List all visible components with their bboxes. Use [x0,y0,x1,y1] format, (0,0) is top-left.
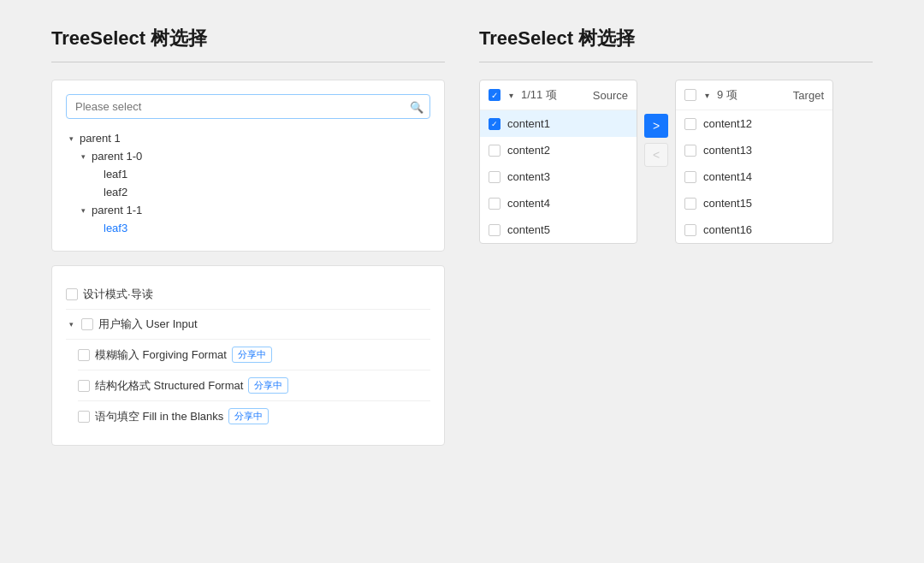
checkbox-c12[interactable] [684,118,696,130]
left-title: TreeSelect 树选择 [51,26,445,51]
badge-forgiving: 分享中 [232,347,272,363]
badge-structured: 分享中 [248,377,288,394]
tree-node-parent1[interactable]: parent 1 [66,129,430,147]
page: TreeSelect 树选择 🔍 parent 1 parent 1-0 lea… [0,0,924,563]
check-tree-item-structured[interactable]: 结构化格式 Structured Format 分享中 [78,370,430,401]
tree-arrow-p1 [66,133,76,144]
tree-arrow-p1-0 [78,151,88,162]
badge-fillin: 分享中 [228,408,269,424]
source-panel: 1/11 项 Source content1 content2 content3 [479,80,637,244]
search-wrapper: 🔍 [66,94,430,119]
left-divider [51,62,445,62]
transfer-item-c1[interactable]: content1 [480,110,637,137]
check-tree-item-userinput[interactable]: 用户输入 User Input [66,310,430,340]
target-expand-icon [702,90,712,100]
search-icon: 🔍 [410,100,424,113]
transfer-buttons: > < [644,80,668,167]
checkbox-structured[interactable] [78,380,90,392]
source-expand-icon [506,90,516,100]
tree-select-panel-1: 🔍 parent 1 parent 1-0 leaf1 leaf2 par [51,80,445,252]
check-tree-item-fillin[interactable]: 语句填空 Fill in the Blanks 分享中 [78,401,430,431]
back-button[interactable]: < [644,143,668,167]
source-header-checkbox[interactable] [489,89,500,101]
tree-node-parent1-1[interactable]: parent 1-1 [78,201,430,219]
tree-label-leaf2: leaf2 [104,186,127,199]
label-c15: content15 [703,197,752,210]
left-column: TreeSelect 树选择 🔍 parent 1 parent 1-0 lea… [34,26,462,537]
label-c13: content13 [703,144,752,157]
label-design: 设计模式·导读 [83,287,153,302]
label-c14: content14 [703,170,752,183]
right-divider [479,62,873,62]
right-column: TreeSelect 树选择 1/11 项 Source content1 [462,26,890,537]
checkbox-forgiving[interactable] [78,349,90,361]
label-forgiving: 模糊输入 Forgiving Format [95,347,227,363]
transfer-container: 1/11 项 Source content1 content2 content3 [479,80,873,244]
label-c12: content12 [703,117,752,130]
label-c2: content2 [507,144,550,157]
tree-label-p1: parent 1 [80,132,121,145]
tree-node-leaf2[interactable]: leaf2 [90,183,430,201]
checkbox-c14[interactable] [684,171,696,183]
search-input[interactable] [66,94,430,119]
checkbox-c4[interactable] [489,198,500,210]
target-panel: 9 项 Target content12 content13 content14 [675,80,833,244]
tree-node-parent1-0[interactable]: parent 1-0 [78,147,430,165]
tree-select-panel-2: 设计模式·导读 用户输入 User Input 模糊输入 Forgiving F… [51,265,445,446]
checkbox-fillin[interactable] [78,411,90,423]
checkbox-c2[interactable] [489,145,500,157]
forward-button[interactable]: > [644,114,668,138]
transfer-item-c3[interactable]: content3 [480,163,637,190]
checkbox-c3[interactable] [489,171,500,183]
tree-label-p1-1: parent 1-1 [92,204,142,216]
tree-arrow-userinput [66,319,76,329]
right-title: TreeSelect 树选择 [479,26,873,51]
transfer-item-c14[interactable]: content14 [676,163,832,190]
label-userinput: 用户输入 User Input [98,317,198,332]
tree-arrow-leaf1 [90,169,100,180]
checkbox-c15[interactable] [684,198,696,210]
tree-arrow-p1-1 [78,205,88,216]
source-count: 1/11 项 [521,87,557,103]
transfer-item-c12[interactable]: content12 [676,110,832,137]
checkbox-c1[interactable] [489,118,500,130]
label-c4: content4 [507,197,550,210]
source-label: Source [593,89,628,102]
tree-node-leaf1[interactable]: leaf1 [90,165,430,183]
checkbox-design[interactable] [66,288,78,300]
target-label: Target [793,89,824,102]
checkbox-c13[interactable] [684,145,696,157]
label-c16: content16 [703,223,752,236]
label-c5: content5 [507,223,550,236]
label-c3: content3 [507,170,550,183]
target-header: 9 项 Target [676,80,832,110]
tree-arrow-leaf2 [90,187,100,198]
transfer-item-c15[interactable]: content15 [676,190,832,216]
checkbox-c16[interactable] [684,224,696,236]
tree-node-leaf3[interactable]: leaf3 [90,219,430,237]
transfer-item-c5[interactable]: content5 [480,216,637,243]
target-header-checkbox[interactable] [684,89,696,101]
label-structured: 结构化格式 Structured Format [95,378,243,394]
tree-label-p1-0: parent 1-0 [92,150,142,163]
tree-label-leaf3: leaf3 [104,222,127,234]
tree-label-leaf1: leaf1 [104,168,127,181]
transfer-item-c2[interactable]: content2 [480,137,637,163]
transfer-item-c16[interactable]: content16 [676,216,832,243]
target-count: 9 项 [717,87,737,103]
check-tree-item-forgiving[interactable]: 模糊输入 Forgiving Format 分享中 [78,340,430,370]
checkbox-userinput[interactable] [81,318,93,330]
label-fillin: 语句填空 Fill in the Blanks [95,409,223,424]
label-c1: content1 [507,117,550,130]
check-tree-item-design[interactable]: 设计模式·导读 [66,280,430,310]
source-header: 1/11 项 Source [480,80,637,110]
transfer-item-c4[interactable]: content4 [480,190,637,216]
transfer-item-c13[interactable]: content13 [676,137,832,163]
checkbox-c5[interactable] [489,224,500,236]
tree-arrow-leaf3 [90,223,100,234]
